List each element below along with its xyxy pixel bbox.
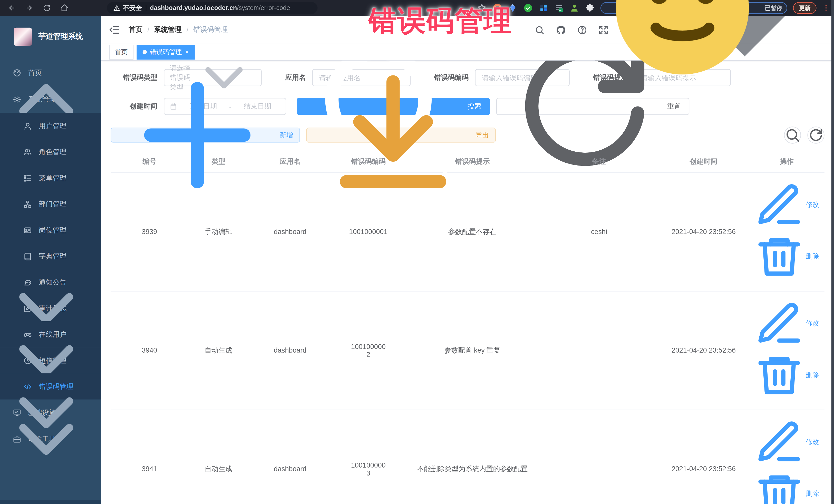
cell-operations: 修改 删除: [749, 291, 824, 410]
delete-link[interactable]: 删除: [754, 469, 819, 504]
sidebar-footer-bar: [0, 500, 101, 504]
cell-id: 3940: [111, 291, 188, 410]
app-title: 芋道管理系统: [38, 32, 83, 41]
url-separator: [146, 5, 146, 11]
tab-home[interactable]: 首页: [109, 45, 133, 60]
browser-nav: [0, 4, 76, 12]
tab-close-icon[interactable]: ×: [185, 49, 189, 56]
security-label: 不安全: [123, 3, 142, 12]
browser-update-button[interactable]: 更新: [793, 2, 816, 14]
extension-grid-icon[interactable]: [539, 3, 548, 13]
extensions-puzzle-icon[interactable]: [585, 3, 595, 13]
toggle-search-button[interactable]: [784, 127, 801, 144]
toolbar-right: [784, 127, 825, 144]
user-icon: [23, 122, 32, 130]
reset-button-label: 重置: [667, 102, 681, 111]
warning-icon: [113, 5, 120, 12]
breadcrumb: 首页 / 系统管理 / 错误码管理: [129, 25, 228, 35]
url-bar[interactable]: 不安全 dashboard.yudao.iocoder.cn/system/er…: [107, 2, 318, 14]
edit-icon: [754, 180, 804, 231]
svg-text:on: on: [559, 9, 562, 12]
emoji-face-icon: [602, 0, 762, 88]
table-row: 3941 自动生成 dashboard 100100000 3 不能删除类型为系…: [111, 410, 825, 504]
breadcrumb-separator: /: [186, 26, 189, 34]
delete-link[interactable]: 删除: [754, 232, 819, 282]
cell-type: 自动生成: [188, 410, 249, 504]
cell-operations: 修改 删除: [749, 410, 824, 504]
reload-icon[interactable]: [43, 4, 51, 12]
sidebar-item-14[interactable]: 研发工具: [0, 426, 101, 453]
github-icon[interactable]: [556, 25, 566, 35]
extension-list-on-icon[interactable]: on: [554, 3, 564, 13]
export-button[interactable]: 导出: [306, 128, 496, 143]
sidebar-item-6[interactable]: 岗位管理: [0, 217, 101, 243]
add-button[interactable]: 新增: [111, 128, 300, 143]
cell-memo: [540, 291, 658, 410]
tab-home-label: 首页: [115, 48, 128, 57]
sidebar-item-label: 部门管理: [39, 199, 66, 209]
window-edge-scrollbar[interactable]: [831, 0, 834, 504]
cell-memo: [540, 410, 658, 504]
chevron-down-icon: [0, 393, 93, 486]
url-host: dashboard.yudao.iocoder.cn: [150, 4, 237, 12]
home-icon[interactable]: [60, 4, 68, 12]
help-icon[interactable]: [577, 25, 587, 35]
filter-app-label: 应用名: [285, 73, 306, 82]
edit-icon: [754, 418, 804, 467]
paused-label: 已暂停: [765, 4, 783, 12]
badge-icon: [23, 226, 32, 234]
tab-error-code-label: 错误码管理: [150, 48, 182, 57]
sidebar-item-3[interactable]: 角色管理: [0, 139, 101, 165]
breadcrumb-home[interactable]: 首页: [129, 25, 143, 35]
browser-menu-icon[interactable]: [822, 4, 830, 12]
trash-icon: [754, 469, 804, 504]
back-icon[interactable]: [7, 4, 16, 12]
breadcrumb-current: 错误码管理: [193, 25, 228, 35]
trash-icon: [754, 232, 804, 282]
sidebar: 芋道管理系统 首页 系统管理 用户管理 角色管理 菜单管理 部门管理 岗位管理 …: [0, 16, 101, 504]
cell-time: 2021-04-20 23:52:56: [658, 291, 749, 410]
sidebar-item-2[interactable]: 用户管理: [0, 113, 101, 139]
forward-icon[interactable]: [25, 4, 34, 12]
overlay-annotation: 错误码管理: [369, 2, 512, 40]
edit-link[interactable]: 修改: [754, 418, 819, 467]
url-path: /system/error-code: [237, 4, 290, 12]
sidebar-item-1[interactable]: 系统管理: [0, 86, 101, 113]
trash-icon: [754, 351, 804, 400]
security-chip[interactable]: 不安全: [113, 3, 142, 12]
users-icon: [23, 148, 32, 156]
paused-profile-chip[interactable]: 已暂停: [600, 2, 787, 14]
sidebar-fold-icon[interactable]: [109, 24, 120, 36]
breadcrumb-separator: /: [147, 26, 149, 34]
dict-icon: [23, 252, 32, 260]
sidebar-item-4[interactable]: 菜单管理: [0, 165, 101, 191]
edit-link[interactable]: 修改: [754, 180, 819, 231]
cell-app: dashboard: [249, 291, 332, 410]
sidebar-item-label: 字典管理: [39, 251, 66, 261]
reset-button[interactable]: 重置: [496, 98, 689, 115]
screen: 不安全 dashboard.yudao.iocoder.cn/system/er…: [0, 0, 834, 504]
cell-code: 100100000 2: [332, 291, 405, 410]
refresh-table-button[interactable]: [807, 127, 824, 144]
tab-error-code[interactable]: 错误码管理 ×: [137, 45, 195, 60]
sidebar-item-5[interactable]: 部门管理: [0, 191, 101, 217]
edit-link[interactable]: 修改: [754, 299, 819, 349]
edit-icon: [754, 299, 804, 349]
cell-operations: 修改 删除: [749, 173, 824, 291]
delete-link[interactable]: 删除: [754, 351, 819, 400]
cell-id: 3941: [111, 410, 188, 504]
search-icon[interactable]: [534, 25, 545, 35]
extension-person-icon[interactable]: [570, 3, 579, 13]
app-logo: [14, 28, 32, 46]
main-area: 首页 / 系统管理 / 错误码管理 tT 首页: [101, 16, 834, 504]
extension-green-check-icon[interactable]: [524, 3, 533, 13]
sidebar-item-label: 角色管理: [39, 147, 66, 156]
export-button-label: 导出: [476, 131, 489, 139]
app-window: 芋道管理系统 首页 系统管理 用户管理 角色管理 菜单管理 部门管理 岗位管理 …: [0, 16, 834, 504]
sidebar-item-label: 用户管理: [39, 121, 66, 131]
org-icon: [23, 200, 32, 208]
download-icon: [313, 61, 473, 215]
breadcrumb-system[interactable]: 系统管理: [154, 25, 182, 35]
page-content: 错误码类型 请选择错误码类型 应用名 错误码编码: [101, 61, 834, 504]
tab-active-dot: [142, 50, 147, 54]
